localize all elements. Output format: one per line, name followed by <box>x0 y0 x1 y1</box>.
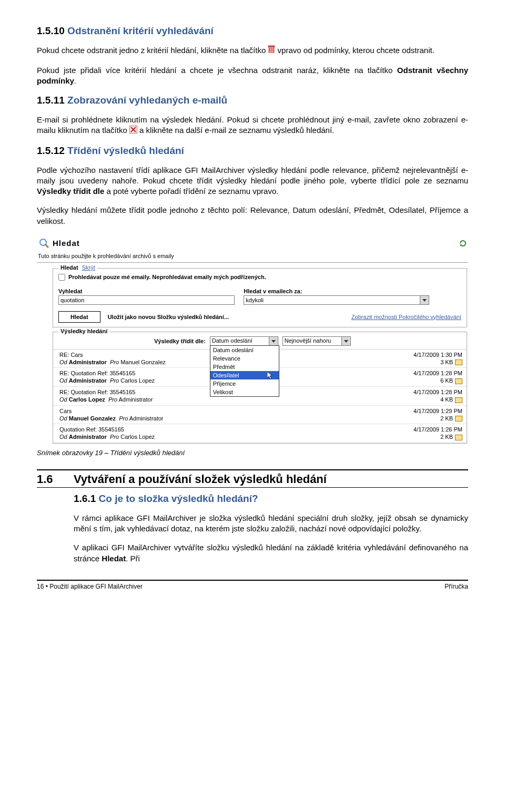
search-icon <box>38 237 50 250</box>
sort-field-select[interactable]: Datum odeslání Datum odeslání Relevance … <box>210 336 278 346</box>
result-subject: Quotation Ref: 35545165 <box>59 426 389 433</box>
dropdown-item[interactable]: Velikost <box>210 388 279 396</box>
sort-label: Výsledky třídit dle: <box>154 338 206 344</box>
when-select[interactable]: kdykoli <box>244 295 429 305</box>
result-size: 2 KB <box>431 434 462 440</box>
paragraph: V aplikaci GFI MailArchiver vytváříte sl… <box>74 542 468 564</box>
result-size: 6 KB <box>431 377 462 384</box>
mail-icon <box>455 378 462 384</box>
paragraph: V rámci aplikace GFI MailArchiver je slo… <box>74 513 468 535</box>
result-from-to: Od Carlos Lopez Pro Administrator <box>59 396 431 403</box>
result-size: 3 KB <box>431 359 462 366</box>
svg-marker-12 <box>271 340 276 343</box>
divider <box>37 469 468 470</box>
page-subtitle: Tuto stránku použijte k prohledávání arc… <box>37 252 468 263</box>
search-label: Vyhledat <box>58 288 244 294</box>
search-input[interactable] <box>58 295 235 305</box>
mail-icon <box>455 359 462 365</box>
figure-caption: Snímek obrazovky 19 – Třídění výsledků h… <box>37 449 468 457</box>
paragraph: Výsledky hledání můžete třídit podle jed… <box>37 205 468 227</box>
hide-link[interactable]: Skrýt <box>82 264 95 271</box>
dropdown-item[interactable]: Příjemce <box>210 379 279 388</box>
save-search-link[interactable]: Uložit jako novou Složku výsledků hledán… <box>108 314 229 320</box>
when-label: Hledat v emailech za: <box>244 288 429 294</box>
result-date: 4/17/2009 1:26 PM <box>389 426 462 433</box>
trash-icon <box>268 45 275 56</box>
sort-order-select[interactable]: Nejnovější nahoru <box>282 336 351 346</box>
sort-dropdown-list: Datum odeslání Relevance Předmět Odesíla… <box>210 345 279 397</box>
paragraph: Podle výchozího nastavení třídí aplikace… <box>37 165 468 197</box>
results-panel: Výsledky hledání Výsledky třídit dle: Da… <box>53 332 467 444</box>
refresh-icon[interactable] <box>459 239 467 248</box>
search-button[interactable]: Hledat <box>58 311 100 323</box>
checkbox-label: Prohledávat pouze mé emaily. Neprohledáv… <box>68 274 266 280</box>
result-date: 4/17/2009 1:29 PM <box>389 408 462 414</box>
mail-icon <box>455 397 462 403</box>
svg-marker-13 <box>267 372 272 379</box>
chevron-down-icon <box>269 337 278 345</box>
chevron-down-icon <box>420 296 429 304</box>
result-subject: Cars <box>59 408 389 414</box>
result-from-to: Od Manuel Gonzalez Pro Administrator <box>59 415 431 422</box>
heading-1-6: 1.6 Vytváření a používání složek výsledk… <box>37 472 468 486</box>
heading-1-6-1: 1.6.1 Co je to složka výsledků hledání? <box>74 493 468 505</box>
divider <box>37 487 468 488</box>
heading-1-5-10: 1.5.10 Odstranění kritérií vyhledávání <box>37 25 468 37</box>
heading-1-5-11: 1.5.11 Zobrazování vyhledaných e-mailů <box>37 95 468 106</box>
dropdown-item[interactable]: Datum odeslání <box>210 346 279 354</box>
paragraph: Pokud jste přidali více kritérií hledání… <box>37 65 468 87</box>
chevron-down-icon <box>341 337 350 345</box>
result-date: 4/17/2009 1:30 PM <box>389 352 462 358</box>
dropdown-item[interactable]: Předmět <box>210 363 279 371</box>
paragraph: E-mail si prohlédnete kliknutím na výsle… <box>37 115 468 136</box>
divider <box>37 580 468 581</box>
result-row[interactable]: Cars4/17/2009 1:29 PMOd Manuel Gonzalez … <box>53 406 467 425</box>
results-legend: Výsledky hledání <box>58 328 109 334</box>
svg-line-9 <box>45 244 48 248</box>
search-panel: Hledat Skrýt Prohledávat pouze mé emaily… <box>53 268 467 327</box>
svg-marker-11 <box>422 299 427 302</box>
result-size: 4 KB <box>431 396 462 403</box>
page-footer: 16 • Použití aplikace GFI MailArchiver P… <box>37 582 468 590</box>
close-icon <box>129 126 137 136</box>
embedded-screenshot: Hledat Tuto stránku použijte k prohledáv… <box>37 235 468 444</box>
result-row[interactable]: Quotation Ref: 355451654/17/2009 1:26 PM… <box>53 424 467 443</box>
own-emails-checkbox[interactable] <box>58 274 65 281</box>
dropdown-item-selected[interactable]: Odesílatel <box>210 371 279 379</box>
cursor-icon <box>267 372 274 380</box>
svg-marker-14 <box>344 340 348 343</box>
result-date: 4/17/2009 1:28 PM <box>389 370 462 376</box>
heading-1-5-12: 1.5.12 Třídění výsledků hledání <box>37 145 468 157</box>
mail-icon <box>455 435 462 440</box>
svg-rect-4 <box>268 46 275 47</box>
panel-legend: Hledat Skrýt <box>58 264 97 271</box>
result-from-to: Od Administrator Pro Carlos Lopez <box>59 434 431 440</box>
result-size: 2 KB <box>431 415 462 422</box>
result-date: 4/17/2009 1:28 PM <box>389 389 462 395</box>
page-title: Hledat <box>53 239 80 248</box>
paragraph: Pokud chcete odstranit jedno z kritérií … <box>37 45 468 57</box>
dropdown-item[interactable]: Relevance <box>210 354 279 363</box>
mail-icon <box>455 416 462 422</box>
advanced-search-link[interactable]: Zobrazit možnosti Pokročilého vyhledáván… <box>351 314 461 320</box>
